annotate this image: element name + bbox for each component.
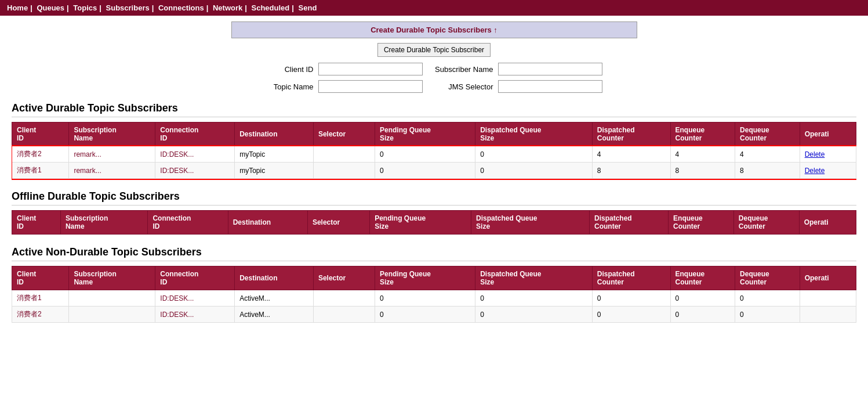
table-cell[interactable] (800, 290, 856, 307)
topic-name-label: Topic Name (255, 82, 318, 91)
create-header: Create Durable Topic Subscribers ↑ (231, 21, 637, 38)
col-selector: Selector (313, 266, 375, 290)
create-button-row: Create Durable Topic Subscriber (12, 43, 856, 57)
create-section: Create Durable Topic Subscribers ↑ Creat… (12, 21, 856, 93)
col-enqueue-counter: EnqueueCounter (669, 211, 734, 235)
col-destination: Destination (228, 211, 307, 235)
subscriber-name-label: Subscriber Name (434, 65, 498, 74)
col-dequeue-counter: DequeueCounter (735, 266, 800, 290)
table-cell: 4 (670, 146, 735, 163)
delete-link[interactable]: Delete (805, 167, 825, 175)
table-cell: 0 (670, 290, 735, 307)
active-durable-table: ClientID SubscriptionName ConnectionID D… (12, 122, 856, 179)
col-pending-queue-size: Pending QueueSize (375, 266, 475, 290)
col-subscription-name: SubscriptionName (69, 266, 155, 290)
active-nondurable-header-row: ClientID SubscriptionName ConnectionID D… (12, 266, 856, 290)
delete-link[interactable]: Delete (805, 150, 825, 158)
table-cell: 4 (735, 146, 800, 163)
nav-network[interactable]: Network (213, 3, 242, 12)
table-cell: ActiveM... (235, 290, 314, 307)
col-client-id: ClientID (12, 211, 61, 235)
col-operations: Operati (800, 266, 856, 290)
col-destination: Destination (235, 122, 314, 146)
col-enqueue-counter: EnqueueCounter (670, 122, 735, 146)
active-durable-title: Active Durable Topic Subscribers (12, 102, 856, 117)
table-cell (313, 163, 375, 179)
nav-send[interactable]: Send (299, 3, 317, 12)
nav-topics[interactable]: Topics (73, 3, 97, 12)
col-pending-queue-size: Pending QueueSize (370, 211, 471, 235)
col-selector: Selector (313, 122, 375, 146)
subscriber-name-input[interactable] (498, 63, 602, 75)
table-cell: myTopic (235, 163, 314, 179)
table-cell: 8 (670, 163, 735, 179)
table-row: 消费者1ID:DESK...ActiveM...00000 (12, 290, 856, 307)
col-operations: Operati (799, 211, 856, 235)
create-durable-subscriber-button[interactable]: Create Durable Topic Subscriber (377, 43, 491, 57)
offline-durable-header-row: ClientID SubscriptionName ConnectionID D… (12, 211, 856, 235)
client-id-label: Client ID (255, 65, 318, 74)
table-cell: ID:DESK... (155, 307, 235, 323)
table-cell: ID:DESK... (155, 290, 235, 307)
col-dequeue-counter: DequeueCounter (735, 122, 800, 146)
col-dispatched-queue-size: Dispatched QueueSize (475, 122, 593, 146)
table-cell: 0 (735, 307, 800, 323)
table-cell (69, 307, 155, 323)
table-cell[interactable]: Delete (800, 146, 856, 163)
nav-queues[interactable]: Queues (37, 3, 64, 12)
active-durable-header-row: ClientID SubscriptionName ConnectionID D… (12, 122, 856, 146)
table-cell[interactable]: Delete (800, 163, 856, 179)
table-cell: 消费者1 (12, 290, 69, 307)
table-cell (313, 307, 375, 323)
table-cell: 4 (592, 146, 670, 163)
active-nondurable-table: ClientID SubscriptionName ConnectionID D… (12, 266, 856, 323)
active-nondurable-tbody: 消费者1ID:DESK...ActiveM...00000消费者2ID:DESK… (12, 290, 856, 323)
table-cell: ID:DESK... (155, 163, 235, 179)
table-cell[interactable] (800, 307, 856, 323)
table-cell (313, 290, 375, 307)
table-cell: 消费者2 (12, 146, 69, 163)
table-cell: 0 (670, 307, 735, 323)
active-nondurable-thead: ClientID SubscriptionName ConnectionID D… (12, 266, 856, 290)
table-row: 消费者1remark...ID:DESK...myTopic00888Delet… (12, 163, 856, 179)
col-connection-id: ConnectionID (148, 211, 228, 235)
col-operations: Operati (800, 122, 856, 146)
nav-scheduled[interactable]: Scheduled (252, 3, 290, 12)
col-dispatched-counter: DispatchedCounter (592, 122, 670, 146)
table-cell: remark... (69, 146, 155, 163)
form-row-topic-selector: Topic Name JMS Selector (12, 80, 856, 93)
table-cell (313, 146, 375, 163)
nav-home[interactable]: Home (7, 3, 28, 12)
offline-durable-table: ClientID SubscriptionName ConnectionID D… (12, 210, 856, 235)
client-id-input[interactable] (318, 63, 423, 75)
active-durable-thead: ClientID SubscriptionName ConnectionID D… (12, 122, 856, 146)
col-enqueue-counter: EnqueueCounter (670, 266, 735, 290)
table-cell (69, 290, 155, 307)
topic-name-input[interactable] (318, 80, 423, 93)
table-cell: remark... (69, 163, 155, 179)
col-connection-id: ConnectionID (155, 266, 235, 290)
col-connection-id: ConnectionID (155, 122, 235, 146)
jms-selector-input[interactable] (498, 80, 602, 93)
col-dispatched-counter: DispatchedCounter (589, 211, 668, 235)
table-cell: 0 (735, 290, 800, 307)
nav-connections[interactable]: Connections (158, 3, 204, 12)
col-dispatched-queue-size: Dispatched QueueSize (475, 266, 593, 290)
main-content: Create Durable Topic Subscribers ↑ Creat… (0, 16, 868, 331)
table-cell: 0 (475, 290, 593, 307)
table-cell: 0 (592, 307, 670, 323)
col-subscription-name: SubscriptionName (60, 211, 148, 235)
active-durable-table-wrapper: ClientID SubscriptionName ConnectionID D… (12, 122, 856, 181)
offline-durable-title: Offline Durable Topic Subscribers (12, 190, 856, 206)
table-row: 消费者2remark...ID:DESK...myTopic00444Delet… (12, 146, 856, 163)
nav-subscribers[interactable]: Subscribers (106, 3, 150, 12)
col-dispatched-queue-size: Dispatched QueueSize (471, 211, 590, 235)
table-cell: 0 (375, 146, 475, 163)
table-cell: 0 (475, 307, 593, 323)
navigation-bar: Home| Queues| Topics| Subscribers| Conne… (0, 0, 868, 16)
table-cell: ActiveM... (235, 307, 314, 323)
table-cell: 消费者1 (12, 163, 69, 179)
col-client-id: ClientID (12, 266, 69, 290)
table-cell: 0 (592, 290, 670, 307)
table-cell: 8 (735, 163, 800, 179)
